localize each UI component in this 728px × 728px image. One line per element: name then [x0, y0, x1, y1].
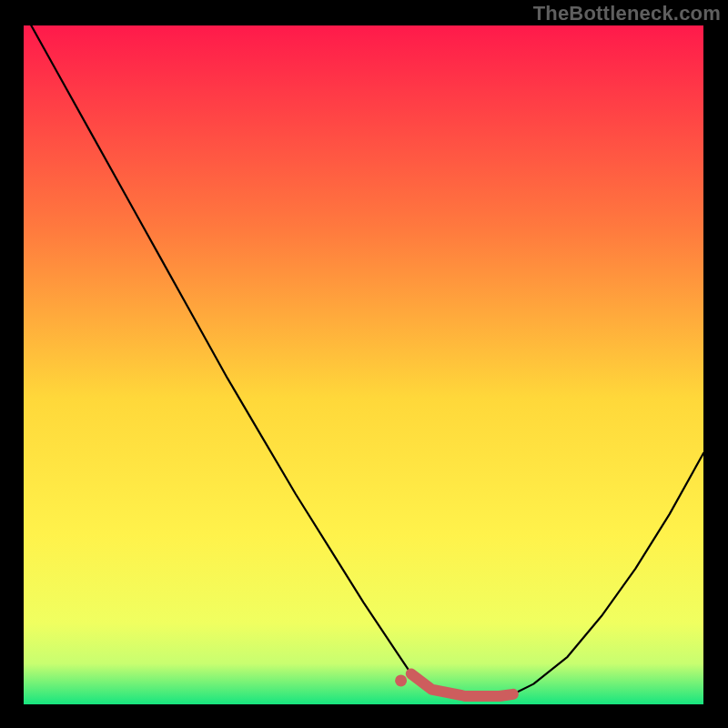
- chart-svg: [0, 0, 728, 728]
- highlight-dot: [395, 674, 407, 686]
- chart-container: TheBottleneck.com: [0, 0, 728, 728]
- watermark-text: TheBottleneck.com: [533, 2, 721, 25]
